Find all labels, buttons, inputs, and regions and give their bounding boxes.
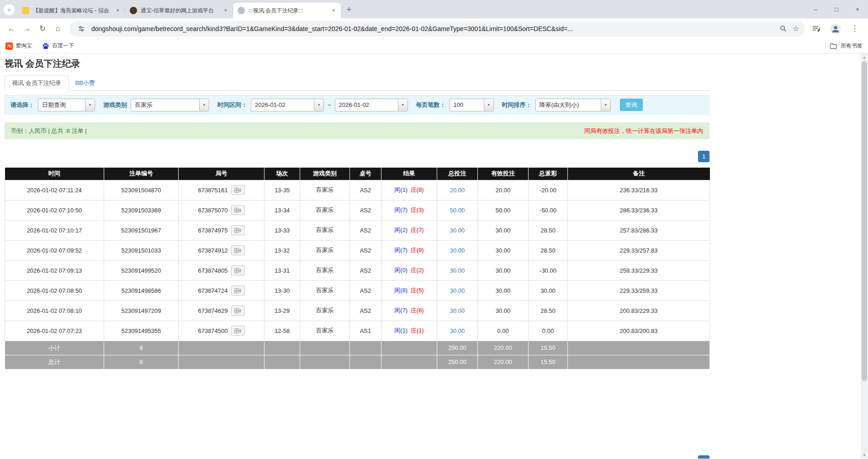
all-bookmarks[interactable]: 所有书签 — [826, 42, 863, 50]
minimize-button[interactable]: – — [805, 0, 826, 18]
site-info-icon[interactable] — [75, 22, 88, 35]
date-start-input[interactable] — [251, 99, 314, 111]
query-type-select[interactable]: 日期查询 ▼ — [38, 99, 95, 111]
total-bet-link[interactable]: 30.00 — [450, 287, 465, 294]
game-type-label: 游戏类别 — [103, 101, 127, 109]
tab-search-button[interactable]: ∨ — [4, 4, 15, 15]
chevron-down-icon[interactable]: ▼ — [85, 99, 95, 111]
address-bar[interactable]: dongshouji.com/game/betrecord_search/kin… — [69, 21, 805, 37]
profile-avatar[interactable] — [828, 21, 843, 37]
bookmark-baidu[interactable]: 百度一下 — [42, 42, 74, 50]
result-banker: 庄(8) — [411, 307, 424, 314]
round-cell: 673874805 — [198, 265, 244, 275]
total-cell-7: 250.00 — [437, 355, 478, 369]
round-video-button[interactable] — [231, 205, 245, 215]
tab-close-icon[interactable]: × — [114, 7, 122, 14]
table-row: 2026-01-02 07:09:13523091499520673874805… — [5, 260, 710, 280]
scrollbar-thumb[interactable] — [862, 61, 867, 381]
tab-bb-tip[interactable]: BB小费 — [69, 76, 102, 90]
chevron-down-icon[interactable]: ▼ — [314, 99, 323, 111]
new-tab-button[interactable]: + — [343, 3, 355, 16]
cell-session: 13-29 — [265, 301, 300, 321]
scroll-up-icon[interactable]: ▲ — [861, 53, 868, 61]
browser-tab-2[interactable]: 通宝-信誉最好的网上游戏平台 × — [125, 3, 233, 18]
cell-bet-id: 523091499520 — [104, 260, 179, 280]
total-bet-link[interactable]: 30.00 — [450, 327, 465, 334]
page-size-input[interactable] — [450, 99, 484, 111]
date-range-separator: ~ — [328, 101, 331, 108]
cell-bet-id: 523091501967 — [104, 220, 179, 240]
tab-close-icon[interactable]: × — [330, 7, 337, 14]
round-cell: 673874629 — [198, 306, 244, 316]
game-type-select[interactable]: 百家乐 ▼ — [131, 99, 209, 111]
chevron-down-icon[interactable]: ▼ — [601, 99, 610, 111]
pagination-page-1-bottom[interactable]: 1 — [698, 455, 709, 459]
cell-result: 闲(0) 庄(2) — [381, 260, 437, 280]
cell-table-no: AS2 — [350, 220, 381, 240]
chevron-down-icon[interactable]: ▼ — [398, 99, 408, 111]
round-number: 673875161 — [198, 187, 228, 194]
round-video-button[interactable] — [231, 245, 245, 255]
total-bet-link[interactable]: 30.00 — [450, 227, 465, 234]
sort-order-select[interactable]: 降幂(由大到小) ▼ — [535, 99, 611, 111]
maximize-button[interactable]: □ — [826, 0, 847, 18]
browser-tab-1[interactable]: 【新提醒】海燕策略论坛 - 综合 × — [17, 3, 125, 18]
tab-title: 【新提醒】海燕策略论坛 - 综合 — [33, 7, 111, 15]
bet-records-table: 时间注单编号局号场次游戏类别桌号结果总投注有效投注总派彩备注 2026-01-0… — [5, 168, 710, 369]
round-video-button[interactable] — [231, 306, 245, 316]
tab-close-icon[interactable]: × — [222, 7, 229, 14]
cell-total-bet: 30.00 — [437, 301, 478, 321]
table-body: 2026-01-02 07:11:24523091504870673875161… — [5, 180, 710, 341]
scroll-down-icon[interactable]: ▼ — [861, 451, 868, 459]
cell-session: 13-30 — [265, 280, 300, 301]
round-video-button[interactable] — [231, 326, 245, 336]
total-bet-link[interactable]: 30.00 — [450, 267, 465, 274]
round-cell: 673874912 — [198, 245, 244, 255]
total-cell-4 — [300, 355, 350, 369]
total-bet-link[interactable]: 20.00 — [450, 187, 465, 194]
cell-result: 闲(8) 庄(5) — [381, 280, 437, 301]
page-scrollbar[interactable]: ▲ ▼ — [861, 53, 868, 459]
web-page: 视讯 会员下注纪录 视讯 会员下注纪录 BB小费 请选择： 日期查询 ▼ 游戏类… — [0, 53, 868, 459]
bookmark-taobao[interactable]: 淘 爱淘宝 — [5, 42, 32, 50]
cell-round: 673874805 — [179, 260, 265, 280]
date-end-input[interactable] — [335, 99, 398, 111]
total-cell-10 — [568, 355, 710, 369]
pagination-page-1[interactable]: 1 — [698, 151, 709, 162]
close-window-button[interactable]: × — [847, 0, 868, 18]
video-camera-icon — [234, 248, 242, 253]
cell-time: 2026-01-02 07:09:52 — [5, 240, 104, 260]
round-video-button[interactable] — [231, 185, 245, 195]
zoom-icon[interactable] — [777, 22, 789, 35]
round-number: 673874805 — [198, 267, 228, 274]
chevron-down-icon[interactable]: ▼ — [199, 99, 209, 111]
subtotal-cell-4 — [300, 341, 350, 355]
total-bet-link[interactable]: 30.00 — [450, 307, 465, 314]
cell-game-type: 百家乐 — [300, 280, 350, 301]
result-player: 闲(7) — [394, 247, 408, 253]
date-end-group: ▼ — [335, 99, 408, 111]
round-video-button[interactable] — [231, 225, 245, 235]
browser-menu-icon[interactable]: ⋮ — [847, 21, 863, 37]
chevron-down-icon[interactable]: ▼ — [484, 99, 493, 111]
page-size-group: ▼ — [450, 99, 494, 111]
search-button[interactable]: 查询 — [620, 99, 643, 111]
result-player: 闲(1) — [394, 186, 408, 193]
result-banker: 庄(3) — [411, 206, 424, 213]
bookmark-star-icon[interactable]: ☆ — [789, 22, 802, 35]
tab-bet-records[interactable]: 视讯 会员下注纪录 — [5, 75, 69, 91]
video-camera-icon — [234, 227, 242, 233]
browser-tab-3-active[interactable]: :::视讯 会员下注纪录::: × — [233, 3, 341, 18]
total-bet-link[interactable]: 50.00 — [450, 207, 465, 214]
url-text[interactable]: dongshouji.com/game/betrecord_search/kin… — [91, 25, 773, 32]
total-bet-link[interactable]: 30.00 — [450, 247, 465, 254]
round-video-button[interactable] — [231, 285, 245, 295]
cell-valid-bet: 30.00 — [478, 220, 529, 240]
back-button[interactable]: ← — [4, 21, 19, 37]
home-button[interactable]: ⌂ — [50, 21, 66, 37]
round-video-button[interactable] — [231, 265, 245, 275]
forward-button[interactable]: → — [19, 21, 35, 37]
media-controls-icon[interactable] — [809, 21, 824, 37]
refresh-button[interactable]: ↻ — [35, 21, 50, 37]
result-player: 闲(7) — [394, 307, 408, 314]
